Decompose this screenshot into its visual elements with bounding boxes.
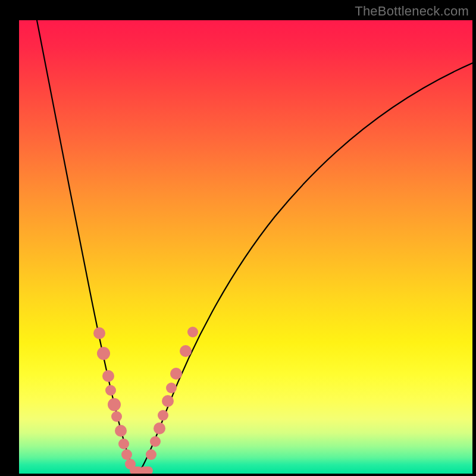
plot-area bbox=[19, 20, 472, 474]
svg-point-13 bbox=[150, 436, 161, 447]
data-dots-right bbox=[146, 327, 198, 460]
svg-point-5 bbox=[111, 411, 122, 422]
svg-point-15 bbox=[158, 410, 168, 421]
curve-left-arm bbox=[37, 20, 138, 474]
chart-frame: TheBottleneck.com bbox=[0, 0, 476, 476]
chart-svg bbox=[19, 20, 472, 474]
svg-point-19 bbox=[180, 345, 192, 357]
svg-point-3 bbox=[105, 385, 116, 396]
data-dots-left bbox=[93, 327, 136, 469]
svg-point-20 bbox=[187, 327, 198, 337]
svg-point-1 bbox=[97, 347, 110, 360]
svg-point-14 bbox=[154, 422, 165, 434]
watermark-text: TheBottleneck.com bbox=[355, 4, 469, 19]
svg-point-8 bbox=[121, 449, 132, 460]
svg-point-16 bbox=[162, 395, 174, 407]
svg-point-4 bbox=[108, 398, 121, 411]
svg-point-18 bbox=[170, 368, 182, 380]
curve-right-arm bbox=[138, 63, 472, 474]
svg-rect-11 bbox=[140, 466, 153, 474]
svg-point-17 bbox=[166, 383, 177, 393]
svg-point-12 bbox=[146, 449, 156, 460]
svg-point-0 bbox=[93, 327, 105, 339]
svg-point-7 bbox=[118, 439, 129, 449]
data-pills-bottom bbox=[130, 466, 153, 474]
svg-point-6 bbox=[115, 425, 127, 437]
svg-point-2 bbox=[102, 370, 114, 382]
